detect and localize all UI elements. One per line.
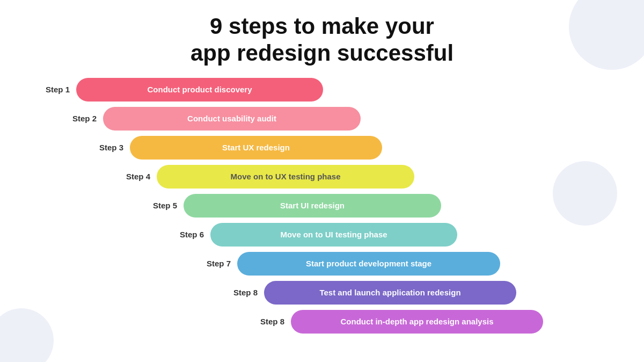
step-label-3: Step 3 bbox=[86, 143, 123, 152]
step-label-5: Step 5 bbox=[140, 201, 177, 210]
step-bar-9[interactable]: Conduct in-depth app redesign analysis bbox=[291, 310, 543, 334]
decorative-blob-mid-right bbox=[553, 161, 617, 226]
title-line2: app redesign successful bbox=[191, 40, 453, 66]
step-label-7: Step 7 bbox=[193, 259, 231, 268]
step-bar-6[interactable]: Move on to UI testing phase bbox=[210, 223, 457, 247]
step-bar-7[interactable]: Start product development stage bbox=[237, 252, 500, 276]
step-label-9: Step 8 bbox=[247, 317, 284, 326]
step-row-1: Step 1Conduct product discovery bbox=[32, 78, 644, 102]
step-bar-1[interactable]: Conduct product discovery bbox=[76, 78, 323, 102]
step-label-2: Step 2 bbox=[59, 114, 97, 123]
step-bar-3[interactable]: Start UX redesign bbox=[130, 136, 382, 160]
step-row-7: Step 7Start product development stage bbox=[193, 252, 644, 276]
title-line1: 9 steps to make your bbox=[210, 13, 434, 39]
step-label-4: Step 4 bbox=[113, 172, 150, 181]
step-label-8: Step 8 bbox=[220, 288, 258, 297]
step-row-3: Step 3Start UX redesign bbox=[86, 136, 644, 160]
step-label-6: Step 6 bbox=[166, 230, 204, 239]
page-title: 9 steps to make your app redesign succes… bbox=[0, 0, 644, 78]
step-bar-4[interactable]: Move on to UX testing phase bbox=[157, 165, 414, 189]
step-label-1: Step 1 bbox=[32, 85, 70, 94]
step-bar-5[interactable]: Start UI redesign bbox=[184, 194, 441, 218]
step-row-9: Step 8Conduct in-depth app redesign anal… bbox=[247, 310, 644, 334]
step-row-2: Step 2Conduct usability audit bbox=[59, 107, 644, 131]
step-bar-8[interactable]: Test and launch application redesign bbox=[264, 281, 516, 305]
step-row-8: Step 8Test and launch application redesi… bbox=[220, 281, 644, 305]
step-row-6: Step 6Move on to UI testing phase bbox=[166, 223, 644, 247]
step-bar-2[interactable]: Conduct usability audit bbox=[103, 107, 361, 131]
steps-container: Step 1Conduct product discoveryStep 2Con… bbox=[0, 78, 644, 334]
